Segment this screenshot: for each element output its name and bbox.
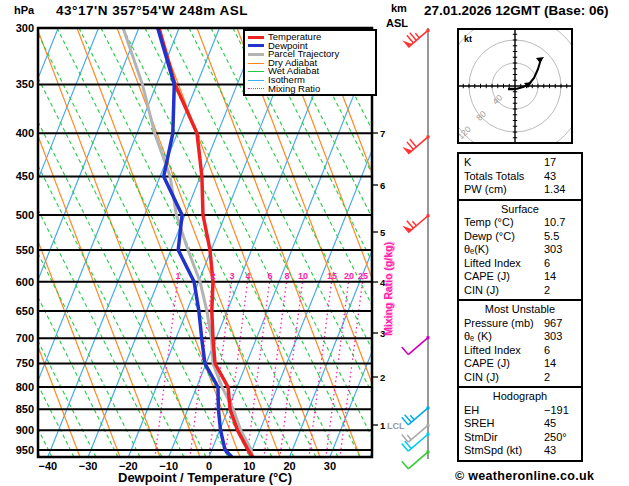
indices-row: SREH45: [459, 417, 581, 431]
indices-section: SurfaceTemp (°C)10.7Dewp (°C)5.5θₑ(K)303…: [457, 199, 583, 302]
svg-text:30: 30: [324, 460, 336, 472]
indices-row-value: 45: [544, 417, 581, 431]
indices-row: θₑ (K)303: [459, 330, 581, 344]
svg-text:600: 600: [16, 276, 34, 288]
svg-text:6: 6: [380, 180, 385, 191]
indices-row-label: CAPE (J): [464, 270, 544, 284]
mixing-ratio-axis-label: Mixing Ratio (g/kg): [382, 242, 394, 336]
indices-row: θₑ(K)303: [459, 243, 581, 257]
asl-axis-label: ASL: [386, 17, 408, 29]
svg-text:350: 350: [16, 78, 34, 90]
svg-text:950: 950: [16, 444, 34, 456]
indices-row-value: 6: [544, 344, 581, 358]
indices-row: CIN (J)2: [459, 284, 581, 298]
svg-text:3: 3: [229, 271, 234, 281]
svg-text:550: 550: [16, 244, 34, 256]
svg-text:300: 300: [16, 22, 34, 34]
indices-row: CAPE (J)14: [459, 270, 581, 284]
wind-barbs: [402, 29, 430, 469]
svg-text:8: 8: [284, 271, 289, 281]
indices-row-value: 17: [544, 156, 581, 170]
indices-row-label: Lifted Index: [464, 257, 544, 271]
indices-row-label: SREH: [464, 417, 544, 431]
legend-item-label: Mixing Ratio: [268, 85, 320, 94]
wind-barb: [402, 424, 430, 442]
indices-row: K17: [459, 156, 581, 170]
x-axis-title: Dewpoint / Temperature (°C): [118, 470, 292, 485]
svg-text:20: 20: [344, 271, 354, 281]
indices-row: CAPE (J)14: [459, 357, 581, 371]
svg-text:750: 750: [16, 357, 34, 369]
legend-line-sample: [248, 80, 264, 81]
indices-row-label: Totals Totals: [464, 170, 544, 184]
datetime-label: 27.01.2026 12GMT (Base: 06): [424, 3, 609, 18]
pressure-unit-label: hPa: [14, 4, 34, 16]
wind-barb: [402, 450, 430, 468]
hodograph-unit-label: kt: [464, 34, 472, 44]
indices-row-value: 2: [544, 371, 581, 385]
svg-text:5: 5: [380, 227, 386, 238]
indices-row-label: CIN (J): [464, 371, 544, 385]
indices-row-value: 10.7: [544, 216, 581, 230]
legend-line-sample: [248, 53, 264, 56]
svg-text:4: 4: [245, 271, 250, 281]
indices-row-value: 6: [544, 257, 581, 271]
indices-row-value: 1.34: [544, 183, 581, 197]
indices-row: Lifted Index6: [459, 344, 581, 358]
indices-section-header: Surface: [459, 203, 581, 217]
svg-text:1: 1: [175, 271, 180, 281]
wind-barb: [402, 336, 430, 354]
legend-line-sample: [248, 88, 264, 89]
indices-row-value: 14: [544, 357, 581, 371]
indices-row-value: 303: [544, 330, 581, 344]
svg-text:2: 2: [380, 372, 385, 383]
pressure-tick-labels: 3003504004505005506006507007508008509009…: [16, 22, 34, 456]
indices-row-label: Dewp (°C): [464, 230, 544, 244]
indices-row-label: CIN (J): [464, 284, 544, 298]
indices-row: StmDir250°: [459, 431, 581, 445]
indices-section: Most UnstablePressure (mb)967θₑ (K)303Li…: [457, 299, 583, 388]
legend-item: Wet Adiabat: [248, 67, 372, 76]
svg-text:−30: −30: [79, 460, 98, 472]
km-axis-label: km: [391, 2, 407, 14]
indices-row-value: −191: [544, 404, 581, 418]
svg-text:2: 2: [210, 271, 215, 281]
svg-text:−40: −40: [38, 460, 57, 472]
svg-text:450: 450: [16, 170, 34, 182]
svg-text:15: 15: [327, 271, 337, 281]
svg-text:6: 6: [267, 271, 272, 281]
lcl-label: LCL: [387, 421, 405, 431]
legend-item: Temperature: [248, 33, 372, 42]
indices-row-label: Lifted Index: [464, 344, 544, 358]
wind-barb: [402, 406, 430, 424]
indices-row: StmSpd (kt)43: [459, 444, 581, 458]
indices-row-label: StmSpd (kt): [464, 444, 544, 458]
indices-table: K17Totals Totals43PW (cm)1.34SurfaceTemp…: [457, 152, 583, 462]
svg-text:700: 700: [16, 332, 34, 344]
legend-line-sample: [248, 36, 264, 39]
indices-row-label: StmDir: [464, 431, 544, 445]
svg-text:10: 10: [298, 271, 308, 281]
indices-row-label: Temp (°C): [464, 216, 544, 230]
indices-row-value: 43: [544, 170, 581, 184]
indices-row-label: θₑ(K): [464, 243, 544, 257]
indices-row-label: K: [464, 156, 544, 170]
svg-text:850: 850: [16, 403, 34, 415]
indices-row-label: Pressure (mb): [464, 317, 544, 331]
indices-row: Dewp (°C)5.5: [459, 230, 581, 244]
indices-row-value: 2: [544, 284, 581, 298]
indices-row-label: CAPE (J): [464, 357, 544, 371]
indices-row-value: 43: [544, 444, 581, 458]
indices-row: CIN (J)2: [459, 371, 581, 385]
legend-item: Mixing Ratio: [248, 85, 372, 94]
svg-text:900: 900: [16, 424, 34, 436]
wind-barb: [402, 214, 429, 232]
indices-row-value: 250°: [544, 431, 581, 445]
indices-row: Pressure (mb)967: [459, 317, 581, 331]
wind-barb: [402, 135, 429, 153]
indices-row: EH−191: [459, 404, 581, 418]
indices-row-value: 967: [544, 317, 581, 331]
indices-row: PW (cm)1.34: [459, 183, 581, 197]
legend-line-sample: [248, 71, 264, 72]
indices-row: Temp (°C)10.7: [459, 216, 581, 230]
